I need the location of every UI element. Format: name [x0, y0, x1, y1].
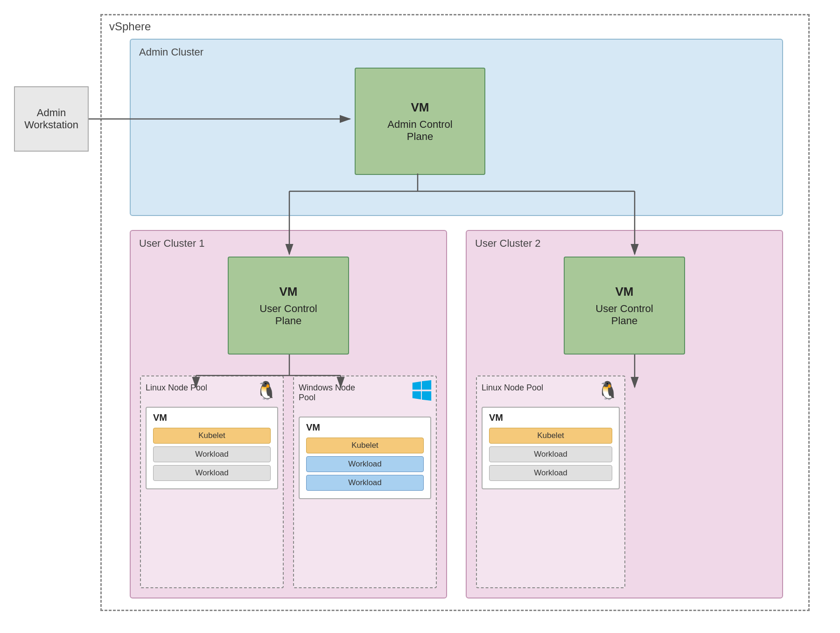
linux-node-pool-1-kubelet: Kubelet [153, 428, 271, 444]
svg-marker-0 [413, 382, 421, 390]
vsphere-label: vSphere [109, 20, 151, 33]
user-cluster-1-box: User Cluster 1 VM User ControlPlane Linu… [130, 230, 447, 598]
windows-node-pool-1-kubelet: Kubelet [306, 438, 424, 453]
user-cluster-2-box: User Cluster 2 VM User ControlPlane Linu… [466, 230, 783, 598]
admin-workstation-label: AdminWorkstation [24, 107, 78, 131]
user-cluster-1-label: User Cluster 1 [139, 237, 205, 250]
windows-node-pool-1-workload-2: Workload [306, 475, 424, 491]
linux-icon-2: 🐧 [597, 380, 619, 401]
linux-node-pool-1-vm-label: VM [153, 412, 271, 423]
admin-cluster-label: Admin Cluster [139, 46, 203, 58]
user-clusters-row: User Cluster 1 VM User ControlPlane Linu… [130, 230, 783, 598]
linux-node-pool-1-vm: VM Kubelet Workload Workload [146, 407, 278, 489]
admin-cp-vm: VM Admin ControlPlane [355, 68, 485, 175]
user-cluster-2-node-pools: Linux Node Pool 🐧 VM Kubelet Workload Wo… [476, 376, 773, 588]
linux-node-pool-2: Linux Node Pool 🐧 VM Kubelet Workload Wo… [476, 376, 625, 588]
windows-node-pool-1: Windows NodePool VM Ku [293, 376, 437, 588]
diagram-container: AdminWorkstation vSphere Admin Cluster V… [14, 14, 826, 620]
user-cluster-1-cp-sublabel: User ControlPlane [259, 303, 317, 327]
user-cluster-1-cp-vm: VM User ControlPlane [228, 257, 349, 355]
user-cluster-1-cp-vm-label: VM [280, 285, 298, 299]
svg-marker-1 [422, 380, 431, 390]
windows-icon-1 [412, 380, 431, 400]
svg-marker-3 [422, 391, 431, 401]
windows-node-pool-1-vm: VM Kubelet Workload Workload [299, 417, 431, 499]
linux-node-pool-1-workload-2: Workload [153, 465, 271, 481]
user-cluster-2-cp-vm-label: VM [616, 285, 634, 299]
user-cluster-2-label: User Cluster 2 [475, 237, 541, 250]
admin-cp-vm-label: VM [411, 100, 429, 115]
user-cluster-2-cp-sublabel: User ControlPlane [595, 303, 653, 327]
linux-node-pool-2-workload-1: Workload [489, 446, 612, 462]
user-cluster-1-node-pools: Linux Node Pool 🐧 VM Kubelet Workload Wo… [140, 376, 437, 588]
linux-node-pool-2-kubelet: Kubelet [489, 428, 612, 444]
windows-node-pool-1-vm-label: VM [306, 422, 424, 433]
linux-node-pool-1: Linux Node Pool 🐧 VM Kubelet Workload Wo… [140, 376, 284, 588]
vsphere-box: vSphere Admin Cluster VM Admin ControlPl… [100, 14, 810, 611]
svg-marker-2 [413, 391, 421, 399]
user-cluster-2-cp-vm: VM User ControlPlane [564, 257, 685, 355]
linux-icon-1: 🐧 [255, 380, 277, 401]
linux-node-pool-2-vm: VM Kubelet Workload Workload [482, 407, 620, 489]
linux-node-pool-2-vm-label: VM [489, 412, 612, 423]
linux-node-pool-2-workload-2: Workload [489, 465, 612, 481]
admin-cluster-box: Admin Cluster VM Admin ControlPlane [130, 39, 783, 216]
windows-node-pool-1-workload-1: Workload [306, 456, 424, 472]
admin-cp-sublabel: Admin ControlPlane [387, 118, 452, 143]
admin-workstation: AdminWorkstation [14, 86, 89, 152]
linux-node-pool-1-workload-1: Workload [153, 446, 271, 462]
